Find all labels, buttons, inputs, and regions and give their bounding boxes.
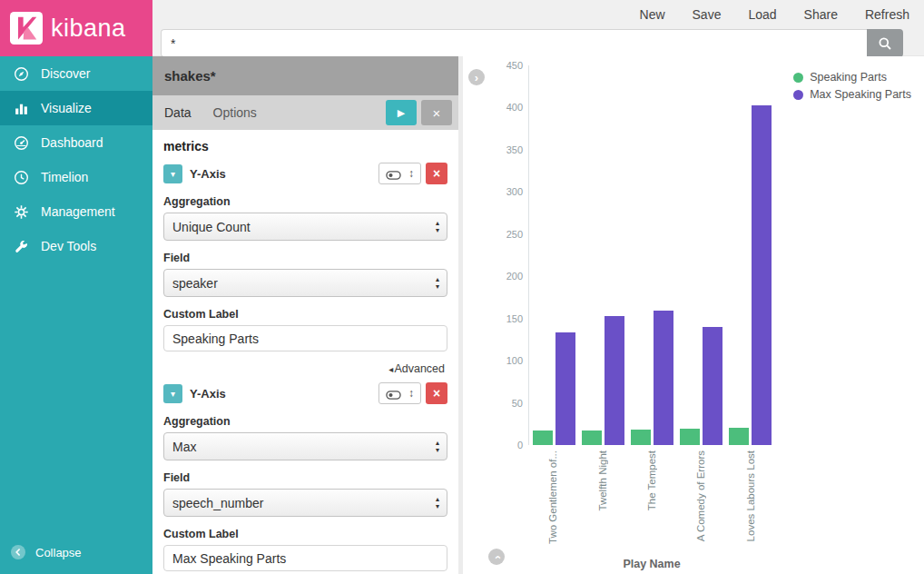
- topnav-new[interactable]: New: [640, 7, 665, 22]
- query-bar: [161, 29, 903, 57]
- x-tick-label: The Tempest: [646, 450, 657, 510]
- drag-handle-icon[interactable]: ↕: [408, 388, 414, 399]
- x-tick-cell: The Tempest: [627, 450, 676, 561]
- x-tick-label: Twelfth Night: [597, 450, 608, 510]
- agg-title: Y-Axis: [190, 387, 378, 401]
- sidebar-item-discover[interactable]: Discover: [0, 56, 152, 91]
- y-tick-label: 0: [517, 440, 523, 450]
- topnav-save[interactable]: Save: [693, 7, 722, 22]
- kibana-logo[interactable]: kibana: [0, 0, 152, 56]
- drag-handle-icon[interactable]: ↕: [408, 168, 414, 179]
- spy-panel-toggle[interactable]: ›: [468, 69, 485, 85]
- spy-panel-open-button[interactable]: ›: [488, 549, 505, 565]
- collapse-label: Collapse: [35, 546, 82, 559]
- sidebar-item-label: Visualize: [41, 101, 92, 115]
- x-axis-title: Play Name: [528, 558, 775, 570]
- metrics-editor: metrics ▾ Y-Axis ↕ × Aggregation Unique …: [152, 130, 458, 571]
- y-tick-label: 400: [506, 102, 523, 113]
- metrics-heading: metrics: [163, 139, 447, 153]
- bar[interactable]: [631, 430, 651, 445]
- chevron-down-icon: ▾: [171, 169, 175, 179]
- bar[interactable]: [654, 311, 673, 445]
- app-title: kibana: [51, 15, 126, 43]
- sidebar-item-visualize[interactable]: Visualize: [0, 91, 152, 125]
- topnav-load[interactable]: Load: [748, 7, 776, 22]
- y-tick-label: 450: [506, 60, 523, 71]
- agg-collapse-button[interactable]: ▾: [163, 164, 182, 183]
- aggregation-label: Aggregation: [163, 415, 447, 428]
- bar[interactable]: [555, 332, 575, 445]
- discard-changes-button[interactable]: ×: [421, 100, 452, 125]
- custom-label-input[interactable]: [163, 325, 447, 351]
- legend-marker: [793, 90, 803, 100]
- sidebar-collapse-button[interactable]: Collapse: [0, 530, 152, 574]
- legend-item[interactable]: Speaking Parts: [793, 71, 911, 84]
- field-select[interactable]: speech_number ▴▾: [163, 489, 447, 517]
- collapse-icon: [10, 544, 26, 560]
- sidebar-item-management[interactable]: Management: [0, 194, 152, 229]
- sidebar-item-dev-tools[interactable]: Dev Tools: [0, 229, 152, 263]
- disable-toggle-icon[interactable]: [386, 168, 401, 179]
- discover-icon: [14, 66, 29, 82]
- bar-group: [729, 65, 772, 445]
- apply-changes-button[interactable]: ▶: [386, 100, 417, 125]
- bar[interactable]: [729, 428, 749, 445]
- topnav-refresh[interactable]: Refresh: [865, 7, 909, 22]
- field-select[interactable]: speaker ▴▾: [163, 269, 447, 297]
- sidebar-item-dashboard[interactable]: Dashboard: [0, 125, 152, 160]
- sidebar-item-timelion[interactable]: Timelion: [0, 160, 152, 194]
- y-tick-label: 150: [506, 313, 523, 324]
- x-tick-cell: Loves Labours Lost: [726, 450, 775, 561]
- editor-tab-bar: Data Options ▶ ×: [152, 95, 458, 130]
- y-tick-label: 300: [506, 186, 523, 197]
- field-label: Field: [163, 471, 447, 484]
- aggregation-label: Aggregation: [163, 195, 447, 208]
- y-tick-label: 200: [506, 271, 523, 282]
- custom-label-input[interactable]: [163, 545, 447, 571]
- tab-data[interactable]: Data: [164, 105, 192, 120]
- select-arrows-icon: ▴▾: [436, 496, 439, 510]
- x-axis-labels: Two Gentlemen of...Twelfth NightThe Temp…: [528, 450, 775, 561]
- bar[interactable]: [752, 105, 772, 445]
- select-arrows-icon: ▴▾: [436, 220, 439, 234]
- agg-controls-pill: ↕: [378, 382, 421, 404]
- x-tick-label: Loves Labours Lost: [745, 450, 756, 541]
- search-input[interactable]: [161, 29, 867, 57]
- x-tick-label: A Comedy of Errors: [695, 450, 706, 541]
- legend-marker: [793, 73, 803, 83]
- y-tick-label: 250: [506, 229, 523, 240]
- bar[interactable]: [533, 430, 553, 445]
- field-select-value: speaker: [172, 276, 218, 291]
- bar[interactable]: [605, 316, 624, 445]
- tab-options[interactable]: Options: [213, 105, 257, 120]
- timelion-icon: [14, 170, 29, 185]
- disable-toggle-icon[interactable]: [386, 388, 401, 399]
- y-tick-label: 50: [512, 398, 523, 409]
- aggregation-select[interactable]: Max ▴▾: [163, 432, 447, 460]
- remove-agg-button[interactable]: ×: [426, 382, 447, 404]
- bar[interactable]: [703, 327, 722, 445]
- chevron-down-icon: ▾: [171, 389, 175, 399]
- advanced-toggle[interactable]: ◂Advanced: [163, 362, 445, 375]
- bar[interactable]: [582, 430, 602, 445]
- bar[interactable]: [680, 429, 700, 445]
- search-button[interactable]: [867, 29, 903, 57]
- top-bar: New Save Load Share Refresh: [152, 0, 924, 56]
- chart-legend: Speaking PartsMax Speaking Parts: [793, 71, 911, 101]
- aggregation-select[interactable]: Unique Count ▴▾: [163, 213, 447, 241]
- agg-controls-pill: ↕: [378, 163, 421, 184]
- x-tick-cell: A Comedy of Errors: [676, 450, 725, 561]
- aggregation-select-value: Max: [172, 440, 196, 454]
- topnav-share[interactable]: Share: [804, 7, 838, 22]
- sidebar-item-label: Timelion: [41, 170, 88, 184]
- agg-collapse-button[interactable]: ▾: [163, 384, 182, 403]
- custom-label-label: Custom Label: [163, 308, 447, 321]
- index-pattern-header: shakes*: [152, 56, 458, 95]
- vis-editor-panel: shakes* Data Options ▶ × metrics ▾ Y-Axi…: [152, 56, 458, 574]
- bar-group: [680, 65, 722, 445]
- remove-agg-button[interactable]: ×: [426, 163, 447, 184]
- remove-x-icon: ×: [433, 386, 440, 401]
- bar-group: [533, 65, 575, 445]
- aggregation-select-value: Unique Count: [172, 220, 251, 234]
- legend-item[interactable]: Max Speaking Parts: [793, 88, 911, 101]
